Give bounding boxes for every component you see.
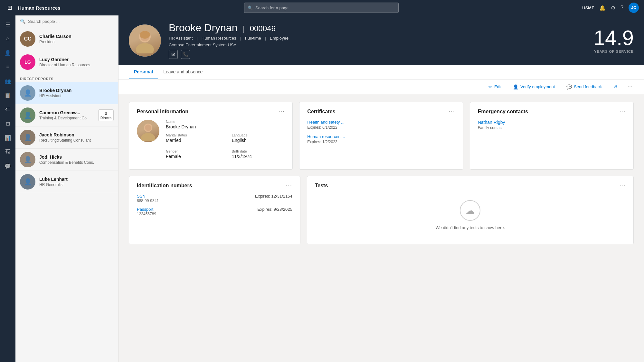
tests-empty-state: ☁ We didn't find any tests to show here. bbox=[315, 194, 626, 237]
avatar-placeholder-icon: 👤 bbox=[24, 178, 32, 186]
passport-expires: Expires: 9/28/2025 bbox=[257, 207, 292, 212]
years-of-service: 14.9 YEARS OF SERVICE bbox=[593, 28, 634, 53]
content-area: Brooke Drynan | 000046 HR Assistant | Hu… bbox=[118, 15, 644, 362]
direct-report-cameron-greenw[interactable]: 👤 Cameron Greenw... Training & Developme… bbox=[15, 104, 118, 126]
sidebar-item-charlie-carson[interactable]: CC Charlie Carson President bbox=[15, 27, 118, 51]
people-icon[interactable]: 👥 bbox=[1, 75, 14, 88]
home-icon[interactable]: ⌂ bbox=[1, 32, 14, 45]
phone-icon[interactable]: 📞 bbox=[181, 50, 190, 59]
avatar-placeholder-icon: 👤 bbox=[24, 156, 32, 163]
settings-icon[interactable]: ⚙ bbox=[611, 5, 615, 11]
more-actions-button[interactable]: ··· bbox=[626, 82, 634, 91]
ec-role-1: Family contact bbox=[478, 125, 626, 130]
direct-report-jacob-robinson[interactable]: 👤 Jacob Robinson Recruiting&Staffing Con… bbox=[15, 126, 118, 149]
avatar-placeholder-icon: 👤 bbox=[24, 89, 32, 97]
ec-name-1[interactable]: Nathan Rigby bbox=[478, 120, 626, 125]
profile-name-row: Brooke Drynan | 000046 bbox=[169, 22, 586, 34]
birthdate-group: Birth date 11/3/1974 bbox=[232, 149, 285, 163]
tab-personal[interactable]: Personal bbox=[129, 65, 158, 79]
birth-value: 11/3/1974 bbox=[232, 154, 285, 159]
emergency-contacts-more-button[interactable]: ··· bbox=[620, 109, 626, 115]
language-value: English bbox=[232, 138, 285, 143]
language-label: Language bbox=[232, 133, 285, 137]
card-header: Identification numbers ··· bbox=[137, 183, 292, 189]
cert-link-2[interactable]: Human resources ... bbox=[307, 134, 455, 139]
waffle-menu-icon[interactable]: ⊞ bbox=[5, 3, 14, 12]
list-icon[interactable]: ≡ bbox=[1, 60, 14, 73]
tests-title: Tests bbox=[315, 183, 328, 189]
personal-info-more-button[interactable]: ··· bbox=[279, 109, 285, 115]
svg-point-6 bbox=[145, 125, 151, 131]
edit-button[interactable]: ✏ Edit bbox=[486, 83, 504, 91]
person-card-details: Name Brooke Drynan Marital status Marrie… bbox=[166, 120, 285, 163]
lucy-gardner-name: Lucy Gardner bbox=[39, 57, 114, 62]
certificates-more-button[interactable]: ··· bbox=[449, 109, 455, 115]
document-icon[interactable]: 📋 bbox=[1, 89, 14, 102]
menu-toggle-icon[interactable]: ☰ bbox=[1, 18, 14, 31]
direct-report-brooke-drynan[interactable]: 👤 Brooke Drynan HR Assistant bbox=[15, 82, 118, 104]
emergency-contacts-title: Emergency contacts bbox=[478, 109, 528, 115]
feedback-icon[interactable]: 💬 bbox=[1, 160, 14, 172]
grid-icon[interactable]: ⊞ bbox=[1, 117, 14, 130]
sidebar-item-lucy-gardner[interactable]: LG Lucy Gardner Director of Human Resour… bbox=[15, 51, 118, 74]
verify-icon: 👤 bbox=[513, 84, 518, 89]
avatar-initials: LG bbox=[24, 60, 31, 65]
search-icon: 🔍 bbox=[248, 5, 253, 10]
svg-point-5 bbox=[141, 133, 155, 141]
send-feedback-button[interactable]: 💬 Send feedback bbox=[564, 83, 604, 91]
passport-label[interactable]: Passport bbox=[137, 207, 156, 212]
email-icon[interactable]: ✉ bbox=[169, 50, 178, 59]
marital-value: Married bbox=[166, 138, 219, 143]
jacob-robinson-name: Jacob Robinson bbox=[39, 132, 114, 137]
certificates-card: Certificates ··· Health and safety ... E… bbox=[299, 102, 463, 170]
help-icon[interactable]: ? bbox=[620, 5, 623, 11]
identification-more-button[interactable]: ··· bbox=[286, 183, 292, 189]
card-header: Personal information ··· bbox=[137, 109, 285, 115]
notifications-icon[interactable]: 🔔 bbox=[599, 5, 606, 11]
sidebar-search[interactable]: 🔍 bbox=[15, 15, 118, 27]
brooke-drynan-avatar: 👤 bbox=[20, 85, 35, 101]
org-name: USMF bbox=[582, 5, 594, 10]
refresh-button[interactable]: ↺ bbox=[611, 83, 620, 91]
direct-report-jodi-hicks[interactable]: 👤 Jodi Hicks Compensation & Benefits Con… bbox=[15, 149, 118, 171]
luke-lenhart-name: Luke Lenhart bbox=[39, 177, 114, 182]
lucy-gardner-info: Lucy Gardner Director of Human Resources bbox=[39, 57, 114, 67]
directs-label: Directs bbox=[100, 116, 111, 120]
org-chart-icon[interactable]: 🏗 bbox=[1, 145, 14, 158]
tag-icon[interactable]: 🏷 bbox=[1, 103, 14, 116]
verify-label: Verify employment bbox=[520, 84, 555, 89]
certificates-title: Certificates bbox=[307, 109, 335, 115]
avatar-placeholder-icon: 👤 bbox=[24, 111, 32, 119]
card-header: Certificates ··· bbox=[307, 109, 455, 115]
charlie-carson-avatar: CC bbox=[20, 31, 35, 47]
search-icon: 🔍 bbox=[20, 19, 25, 24]
feedback-icon: 💬 bbox=[566, 84, 572, 89]
luke-lenhart-info: Luke Lenhart HR Generalist bbox=[39, 177, 114, 187]
certificate-item-2: Human resources ... Expires: 1/2/2023 bbox=[307, 134, 455, 144]
tests-more-button[interactable]: ··· bbox=[620, 183, 626, 189]
person-card-photo bbox=[137, 120, 159, 142]
cert-link-1[interactable]: Health and safety ... bbox=[307, 120, 455, 125]
people-search-input[interactable] bbox=[28, 19, 114, 24]
direct-report-luke-lenhart[interactable]: 👤 Luke Lenhart HR Generalist bbox=[15, 171, 118, 193]
svg-point-1 bbox=[136, 43, 154, 53]
marital-group: Marital status Married bbox=[166, 133, 219, 147]
ssn-label[interactable]: SSN bbox=[137, 194, 159, 199]
profile-divider: | bbox=[242, 24, 244, 33]
person-icon[interactable]: 👤 bbox=[1, 46, 14, 59]
profile-header: Brooke Drynan | 000046 HR Assistant | Hu… bbox=[118, 15, 644, 65]
chart-icon[interactable]: 📊 bbox=[1, 131, 14, 144]
user-avatar[interactable]: JC bbox=[629, 3, 639, 13]
card-header: Emergency contacts ··· bbox=[478, 109, 626, 115]
verify-employment-button[interactable]: 👤 Verify employment bbox=[510, 83, 557, 91]
directs-badge: 2 Directs bbox=[98, 109, 114, 121]
tab-leave-and-absence[interactable]: Leave and absence bbox=[158, 65, 208, 79]
card-header: Tests ··· bbox=[315, 183, 626, 189]
name-value: Brooke Drynan bbox=[166, 124, 285, 129]
profile-photo-face bbox=[129, 24, 161, 57]
global-search[interactable]: 🔍 Search for a page bbox=[244, 3, 399, 13]
id-item-ssn: SSN 888-99-9341 Expires: 12/31/2154 bbox=[137, 194, 292, 203]
directs-count: 2 bbox=[105, 110, 107, 116]
profile-company: Contoso Entertainment System USA bbox=[169, 42, 586, 47]
personal-information-card: Personal information ··· Name bbox=[129, 102, 293, 170]
